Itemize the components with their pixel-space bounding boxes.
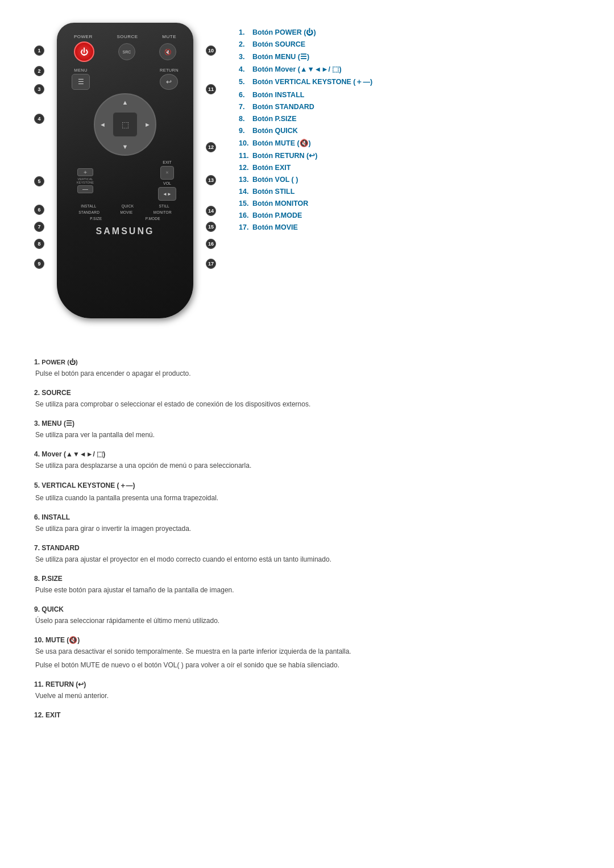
item-7-label: Botón STANDARD bbox=[252, 103, 314, 111]
callout-4: 4 bbox=[34, 114, 44, 124]
callout-11: 11 bbox=[206, 84, 216, 94]
return-button[interactable]: ↩ bbox=[160, 74, 178, 90]
desc-5-num: 5. bbox=[34, 481, 42, 489]
list-item-9: 9. Botón QUICK bbox=[239, 127, 580, 135]
desc-item-12: 12. EXIT bbox=[34, 711, 580, 719]
samsung-logo: SAMSUNG bbox=[68, 226, 182, 236]
power-label: POWER bbox=[74, 34, 93, 39]
remote-top-buttons: ⏻ SRC 🔇 bbox=[68, 41, 182, 62]
desc-body-11: Vuelve al menú anterior. bbox=[34, 691, 580, 701]
item-4-number: 4. bbox=[239, 65, 250, 73]
desc-title-6: 6. INSTALL bbox=[34, 513, 580, 521]
menu-button[interactable]: ☰ bbox=[72, 74, 90, 90]
remote-wrapper: 1 2 3 4 5 6 7 8 9 10 11 12 13 14 15 16 1… bbox=[34, 23, 216, 318]
list-item-16: 16. Botón P.MODE bbox=[239, 211, 580, 219]
remote-body: POWER SOURCE MUTE ⏻ SRC 🔇 bbox=[57, 23, 193, 318]
desc-7-num: 7. bbox=[34, 544, 42, 552]
item-13-label: Botón VOL ( ) bbox=[252, 176, 298, 184]
item-17-label: Botón MOVIE bbox=[252, 223, 298, 231]
list-item-14: 14. Botón STILL bbox=[239, 188, 580, 196]
psize-label[interactable]: P.SIZE bbox=[90, 217, 102, 221]
desc-title-11: 11. RETURN (↩) bbox=[34, 680, 580, 688]
list-item-4: 4. Botón Mover (▲▼◄►/ ⬚) bbox=[239, 65, 580, 73]
list-item-6: 6. Botón INSTALL bbox=[239, 91, 580, 99]
desc-item-3: 3. MENU (☰) Se utiliza para ver la panta… bbox=[34, 420, 580, 440]
item-14-label: Botón STILL bbox=[252, 188, 294, 196]
source-label: SOURCE bbox=[117, 34, 138, 39]
item-8-label: Botón P.SIZE bbox=[252, 115, 297, 123]
item-10-number: 10. bbox=[239, 139, 250, 147]
callout-2: 2 bbox=[34, 66, 44, 76]
power-icon: ⏻ bbox=[80, 47, 88, 56]
callout-13: 13 bbox=[206, 175, 216, 185]
vol-text-label: VOL bbox=[163, 181, 171, 185]
callout-5: 5 bbox=[34, 176, 44, 186]
desc-title-5: 5. VERTICAL KEYSTONE (＋—) bbox=[34, 481, 580, 491]
item-12-number: 12. bbox=[239, 164, 250, 172]
callout-12: 12 bbox=[206, 142, 216, 152]
dpad-ring: ▲ ▼ ◄ ► ⬚ bbox=[94, 93, 156, 156]
item-9-label: Botón QUICK bbox=[252, 127, 298, 135]
desc-body-1: Pulse el botón para encender o apagar el… bbox=[34, 368, 580, 379]
exit-button[interactable]: ✕ bbox=[160, 166, 174, 180]
desc-item-10: 10. MUTE (🔇) Se usa para desactivar el s… bbox=[34, 636, 580, 670]
remote-bottom-row1: INSTALL QUICK STILL bbox=[68, 204, 182, 208]
list-item-13: 13. Botón VOL ( ) bbox=[239, 176, 580, 184]
top-section: 1 2 3 4 5 6 7 8 9 10 11 12 13 14 15 16 1… bbox=[34, 23, 580, 318]
mute-button[interactable]: 🔇 bbox=[159, 43, 176, 60]
item-6-number: 6. bbox=[239, 91, 250, 99]
source-button[interactable]: SRC bbox=[118, 43, 135, 60]
install-label[interactable]: INSTALL bbox=[81, 204, 96, 208]
item-2-label: Botón SOURCE bbox=[252, 40, 305, 48]
desc-9-num: 9. bbox=[34, 605, 42, 613]
vk-minus-button[interactable]: — bbox=[77, 185, 93, 193]
desc-title-7: 7. STANDARD bbox=[34, 544, 580, 552]
item-12-label: Botón EXIT bbox=[252, 164, 291, 172]
desc-item-9: 9. QUICK Úselo para seleccionar rápidame… bbox=[34, 605, 580, 626]
vol-button[interactable]: ◄► bbox=[158, 187, 176, 201]
list-item-7: 7. Botón STANDARD bbox=[239, 103, 580, 111]
desc-4-num: 4. bbox=[34, 450, 42, 458]
dpad-right[interactable]: ► bbox=[144, 121, 151, 128]
pmode-label[interactable]: P.MODE bbox=[146, 217, 160, 221]
dpad-up[interactable]: ▲ bbox=[122, 99, 128, 106]
still-label[interactable]: STILL bbox=[159, 204, 169, 208]
vk-plus-button[interactable]: ＋ bbox=[77, 168, 93, 176]
page-container: 1 2 3 4 5 6 7 8 9 10 11 12 13 14 15 16 1… bbox=[0, 0, 614, 752]
callout-3: 3 bbox=[34, 84, 44, 94]
callout-15: 15 bbox=[206, 222, 216, 232]
list-item-15: 15. Botón MONITOR bbox=[239, 200, 580, 207]
desc-item-8: 8. P.SIZE Pulse este botón para ajustar … bbox=[34, 575, 580, 595]
desc-item-1: 1. POWER (⏻) Pulse el botón para encende… bbox=[34, 358, 580, 379]
list-item-10: 10. Botón MUTE (🔇) bbox=[239, 139, 580, 147]
item-9-number: 9. bbox=[239, 127, 250, 135]
menu-icon: ☰ bbox=[78, 78, 84, 86]
item-11-label: Botón RETURN (↩) bbox=[252, 151, 317, 160]
quick-label[interactable]: QUICK bbox=[122, 204, 134, 208]
list-item-3: 3. Botón MENU (☰) bbox=[239, 52, 580, 61]
standard-label[interactable]: STANDARD bbox=[78, 210, 99, 214]
desc-body-9: Úselo para seleccionar rápidamente el úl… bbox=[34, 616, 580, 626]
power-button[interactable]: ⏻ bbox=[74, 41, 94, 62]
desc-item-2: 2. SOURCE Se utiliza para comprobar o se… bbox=[34, 389, 580, 409]
callout-16: 16 bbox=[206, 239, 216, 249]
monitor-label[interactable]: MONITOR bbox=[154, 210, 172, 214]
list-item-11: 11. Botón RETURN (↩) bbox=[239, 151, 580, 160]
dpad-left[interactable]: ◄ bbox=[99, 121, 106, 128]
desc-12-num: 12. bbox=[34, 711, 45, 719]
item-4-label: Botón Mover (▲▼◄►/ ⬚) bbox=[252, 65, 342, 73]
desc-item-7: 7. STANDARD Se utiliza para ajustar el p… bbox=[34, 544, 580, 564]
return-icon: ↩ bbox=[166, 78, 172, 86]
dpad-down[interactable]: ▼ bbox=[122, 143, 128, 150]
desc-11-num: 11. bbox=[34, 680, 45, 688]
dpad-center-button[interactable]: ⬚ bbox=[113, 112, 138, 137]
callout-10: 10 bbox=[206, 45, 216, 56]
callout-7: 7 bbox=[34, 222, 44, 232]
desc-6-num: 6. bbox=[34, 513, 42, 521]
list-item-5: 5. Botón VERTICAL KEYSTONE (＋—) bbox=[239, 77, 580, 87]
desc-body-10b: Pulse el botón MUTE de nuevo o el botón … bbox=[34, 660, 580, 670]
movie-label[interactable]: MOVIE bbox=[120, 210, 132, 214]
desc-body-8: Pulse este botón para ajustar el tamaño … bbox=[34, 585, 580, 595]
callout-9: 9 bbox=[34, 259, 44, 269]
desc-2-num: 2. bbox=[34, 389, 42, 397]
